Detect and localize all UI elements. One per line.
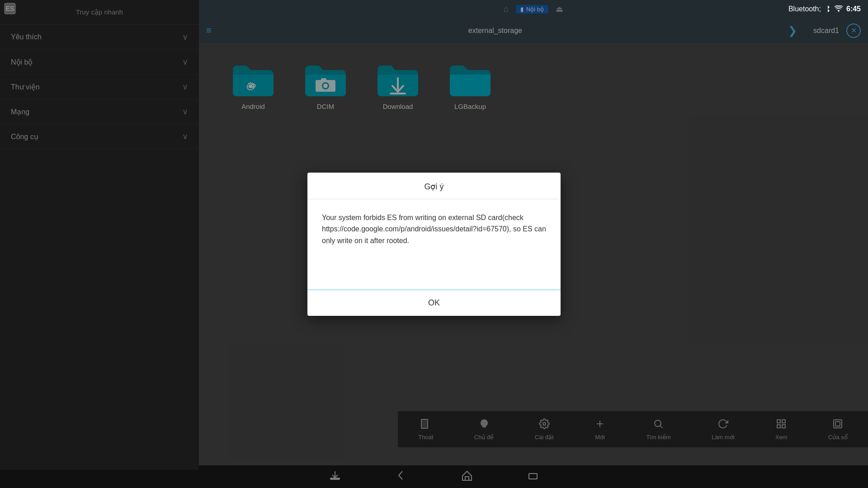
dialog-footer: OK [307, 290, 561, 316]
app-icon: ES [4, 2, 16, 18]
status-bar: Bluetooth; 6:45 [814, 0, 868, 18]
dialog-ok-button[interactable]: OK [307, 290, 561, 316]
dialog-overlay: Gợi ý Your system forbids ES from writin… [0, 0, 868, 488]
bluetooth-icon: Bluetooth; [788, 5, 821, 13]
bluetooth-icon [825, 5, 831, 14]
dialog: Gợi ý Your system forbids ES from writin… [307, 173, 561, 316]
dialog-message: Your system forbids ES from writing on e… [322, 214, 546, 244]
dialog-body: Your system forbids ES from writing on e… [307, 199, 561, 290]
time-display: 6:45 [846, 5, 861, 13]
wifi-icon [835, 5, 843, 13]
dialog-title: Gợi ý [307, 173, 561, 199]
svg-text:ES: ES [6, 5, 14, 12]
